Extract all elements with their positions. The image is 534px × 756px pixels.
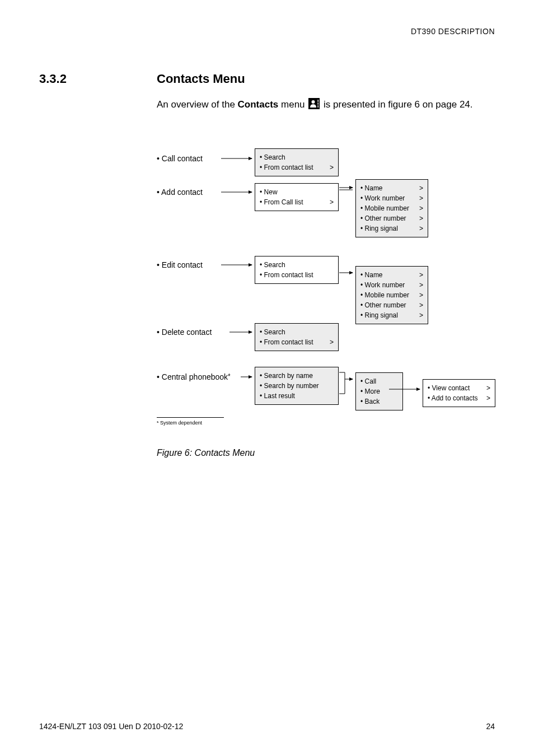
- svg-rect-2: [318, 102, 319, 105]
- running-head: DT390 DESCRIPTION: [411, 27, 495, 36]
- arrows-overlay: [157, 148, 515, 426]
- intro-paragraph: An overview of the Contacts menu is pres…: [157, 98, 493, 114]
- intro-bold: Contacts: [238, 99, 279, 110]
- section-title: Contacts Menu: [157, 72, 245, 86]
- contacts-icon: [308, 98, 320, 114]
- svg-point-4: [312, 100, 315, 104]
- figure-caption: Figure 6: Contacts Menu: [157, 448, 255, 458]
- intro-mid: menu: [278, 99, 307, 110]
- section-number: 3.3.2: [39, 72, 67, 86]
- svg-rect-3: [318, 105, 319, 108]
- menu-diagram: • Call contact • Add contact • Edit cont…: [157, 148, 515, 426]
- intro-pre: An overview of the: [157, 99, 238, 110]
- footer-left: 1424-EN/LZT 103 091 Uen D 2010-02-12: [39, 722, 183, 731]
- intro-post: is presented in figure 6 on page 24.: [321, 99, 472, 110]
- svg-rect-1: [318, 100, 319, 102]
- page-number: 24: [486, 722, 495, 731]
